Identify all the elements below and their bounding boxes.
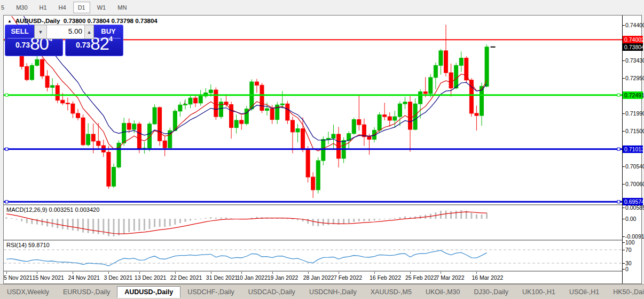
date-tick-mark: [241, 272, 242, 274]
rsi-line: [6, 250, 487, 266]
macd-histogram-bar: [292, 219, 293, 219]
price-badge: 0.74002: [623, 36, 643, 43]
price-tick-label: 0.71990: [625, 110, 644, 117]
rsi-pane[interactable]: RSI(14) 59.8710: [4, 241, 622, 271]
date-tick-label: 13 Dec 2021: [135, 274, 167, 281]
tab-usdcnh-daily[interactable]: USDCNH-,Daily: [302, 287, 364, 297]
line-handle[interactable]: [617, 148, 620, 150]
date-tick-mark: [441, 272, 441, 274]
line-handle[interactable]: [617, 201, 620, 203]
date-tick-mark: [37, 272, 37, 274]
macd-histogram-bar: [179, 219, 181, 223]
price-tick-label: 0.72950: [625, 75, 644, 81]
macd-tick-mark: [623, 236, 625, 237]
date-tick-label: 25 Feb 2022: [405, 274, 437, 281]
date-tick-mark: [272, 272, 273, 274]
macd-histogram-bar: [144, 219, 145, 231]
symbol-triangle-icon: ▲: [7, 19, 12, 24]
chart-symbol: AUDUSD-,Daily: [15, 18, 60, 24]
line-handle[interactable]: [5, 148, 8, 150]
tab-usdx-weekly[interactable]: USDX,Weekly: [0, 287, 56, 297]
buy-price-prefix: 0.73: [76, 41, 90, 49]
tab-dj30-daily[interactable]: DJ30-,Daily: [467, 287, 515, 297]
rsi-tick-mark: [623, 269, 625, 270]
line-handle[interactable]: [5, 94, 8, 96]
price-tick-mark: [623, 60, 625, 61]
rsi-label: RSI(14) 59.8710: [6, 242, 50, 248]
volume-input[interactable]: 5.00: [47, 25, 84, 39]
tab-hk50-daily[interactable]: HK50-,Daily: [606, 287, 644, 297]
date-tick-label: 28 Jan 2022: [303, 274, 334, 281]
macd-histogram-bar: [389, 219, 390, 219]
date-axis[interactable]: 5 Nov 202115 Nov 202124 Nov 20213 Dec 20…: [4, 272, 622, 283]
volume-increase-button[interactable]: ▲: [84, 25, 93, 39]
date-tick-mark: [108, 272, 109, 274]
macd-histogram-bar: [476, 214, 477, 219]
macd-histogram-bar: [72, 219, 74, 231]
price-tick-label: 0.70540: [625, 163, 644, 170]
macd-histogram-bar: [445, 211, 447, 219]
macd-histogram-bar: [77, 219, 78, 231]
macd-histogram-bar: [190, 219, 191, 220]
tab-audusd-daily[interactable]: AUDUSD-,Daily: [117, 286, 180, 298]
main-chart-pane[interactable]: ↓ ▲ AUDUSD-,Daily 0.73800 0.73804 0.7379…: [4, 16, 622, 204]
price-tick-mark: [623, 184, 625, 185]
date-tick-mark: [175, 272, 176, 274]
price-axis[interactable]: 0.744000.734300.729500.719900.715000.705…: [622, 16, 641, 283]
line-handle[interactable]: [5, 201, 8, 203]
tab-ukoil-m30[interactable]: UKOil-,M30: [419, 287, 467, 297]
date-tick-label: 16 Feb 2022: [370, 274, 401, 281]
macd-histogram-bar: [220, 218, 222, 219]
macd-histogram-bar: [368, 219, 370, 221]
macd-histogram-bar: [174, 219, 176, 225]
tab-usdchf-daily[interactable]: USDCHF-,Daily: [180, 287, 241, 297]
date-tick-label: 15 Nov 2021: [32, 274, 64, 281]
timeframe-button-5[interactable]: 5: [0, 2, 9, 13]
price-badge: 0.72491: [623, 91, 643, 99]
macd-histogram-bar: [6, 217, 7, 219]
macd-histogram-bar: [348, 219, 350, 223]
macd-histogram-bar: [82, 219, 84, 233]
date-tick-mark: [73, 272, 73, 274]
tab-xauusd-m5[interactable]: XAUUSD-,M5: [364, 287, 419, 297]
macd-histogram-bar: [57, 219, 58, 228]
macd-histogram-bar: [123, 219, 125, 234]
macd-histogram-bar: [184, 219, 186, 222]
tab-usoil-h1[interactable]: USOil-,H1: [562, 287, 606, 297]
macd-histogram-bar: [225, 218, 227, 219]
macd-histogram-bar: [460, 210, 462, 219]
timeframe-toolbar: 5M30H1H4D1W1MN: [0, 0, 644, 14]
volume-decrease-button[interactable]: ▼: [35, 25, 47, 39]
tab-eurusd-daily[interactable]: EURUSD-,Daily: [56, 287, 117, 297]
timeframe-button-h1[interactable]: H1: [35, 2, 52, 13]
macd-histogram-bar: [486, 213, 488, 219]
macd-histogram-bar: [287, 219, 288, 219]
line-handle[interactable]: [617, 94, 620, 96]
price-tick-label: 0.73430: [625, 57, 644, 64]
date-tick-label: 31 Dec 2021: [206, 274, 238, 281]
ohlc-close: 0.73804: [135, 18, 158, 24]
rsi-tick-mark: [623, 242, 625, 243]
price-badge: 0.71013: [623, 145, 643, 153]
date-tick-mark: [374, 272, 375, 274]
macd-histogram-bar: [307, 219, 309, 224]
tab-uk100-h1[interactable]: UK100-,H1: [515, 287, 562, 297]
price-tick-mark: [623, 78, 625, 79]
timeframe-button-mn[interactable]: MN: [113, 2, 131, 13]
timeframe-button-d1[interactable]: D1: [73, 2, 90, 13]
macd-histogram-bar: [128, 219, 130, 232]
price-tick-label: 0.71500: [625, 128, 644, 134]
rsi-tick-label: 100: [625, 239, 635, 246]
down-arrow-marker[interactable]: ↓: [183, 98, 186, 105]
timeframe-button-h4[interactable]: H4: [54, 2, 71, 13]
macd-histogram-bar: [450, 211, 452, 219]
macd-histogram-bar: [205, 218, 207, 219]
rsi-chart[interactable]: [4, 241, 622, 271]
chart-window: ↓ ▲ AUDUSD-,Daily 0.73800 0.73804 0.7379…: [3, 15, 642, 284]
timeframe-button-m30[interactable]: M30: [11, 2, 32, 13]
tab-usdcad-daily[interactable]: USDCAD-,Daily: [241, 287, 302, 297]
timeframe-button-w1[interactable]: W1: [92, 2, 111, 13]
macd-pane[interactable]: MACD(12,26,9) 0.003251 0.003420: [4, 205, 622, 240]
macd-histogram-bar: [67, 219, 68, 229]
date-tick-mark: [339, 272, 339, 274]
